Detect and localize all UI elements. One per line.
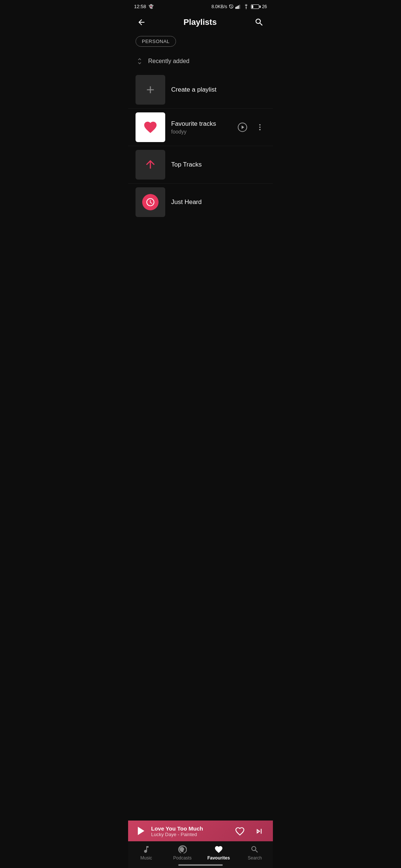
battery-pct: 26 xyxy=(262,4,267,9)
search-button[interactable] xyxy=(253,16,265,29)
svg-point-4 xyxy=(246,8,247,9)
svg-rect-3 xyxy=(239,4,240,9)
playlist-item-favourite[interactable]: Favourite tracks foodyy xyxy=(128,109,273,146)
playlist-item-create[interactable]: Create a playlist xyxy=(128,71,273,109)
playlist-list: Create a playlist Favourite tracks foody… xyxy=(128,71,273,221)
favourite-thumb xyxy=(136,112,165,142)
svg-rect-2 xyxy=(238,5,239,9)
top-tracks-name: Top Tracks xyxy=(171,161,265,168)
create-playlist-name: Create a playlist xyxy=(171,86,265,93)
top-bar: Playlists xyxy=(128,11,273,34)
favourite-info: Favourite tracks foodyy xyxy=(171,120,230,135)
favourite-actions xyxy=(236,121,265,134)
sort-label: Recently added xyxy=(148,58,189,65)
status-bar: 12:58 👻 8.0KB/s 26 xyxy=(128,0,273,11)
just-heard-thumb xyxy=(136,187,165,217)
svg-rect-0 xyxy=(235,7,237,9)
wifi-icon xyxy=(243,4,250,9)
back-button[interactable] xyxy=(136,16,147,28)
just-heard-info: Just Heard xyxy=(171,198,265,206)
svg-point-9 xyxy=(259,129,261,131)
just-heard-name: Just Heard xyxy=(171,198,265,206)
network-speed: 8.0KB/s xyxy=(212,4,227,9)
top-tracks-info: Top Tracks xyxy=(171,161,265,168)
favourite-name: Favourite tracks xyxy=(171,120,230,128)
create-playlist-info: Create a playlist xyxy=(171,86,265,93)
svg-point-8 xyxy=(259,126,261,128)
playlist-item-heard[interactable]: Just Heard xyxy=(128,184,273,221)
top-tracks-thumb xyxy=(136,150,165,180)
sort-row[interactable]: Recently added xyxy=(128,54,273,71)
ghost-icon: 👻 xyxy=(149,4,154,9)
svg-marker-6 xyxy=(242,125,244,129)
svg-point-7 xyxy=(259,124,261,126)
status-time: 12:58 xyxy=(134,4,146,9)
filter-section: PERSONAL xyxy=(128,34,273,54)
personal-chip[interactable]: PERSONAL xyxy=(136,36,176,47)
playlist-item-top[interactable]: Top Tracks xyxy=(128,146,273,184)
more-button[interactable] xyxy=(254,122,265,133)
page-title: Playlists xyxy=(183,17,216,27)
create-playlist-thumb xyxy=(136,75,165,105)
battery-icon xyxy=(251,4,261,9)
alarm-icon xyxy=(229,4,234,9)
svg-rect-1 xyxy=(237,6,238,9)
signal-icon xyxy=(235,4,241,9)
play-button[interactable] xyxy=(236,121,249,134)
sort-icon xyxy=(136,57,144,65)
favourite-sub: foodyy xyxy=(171,129,230,135)
